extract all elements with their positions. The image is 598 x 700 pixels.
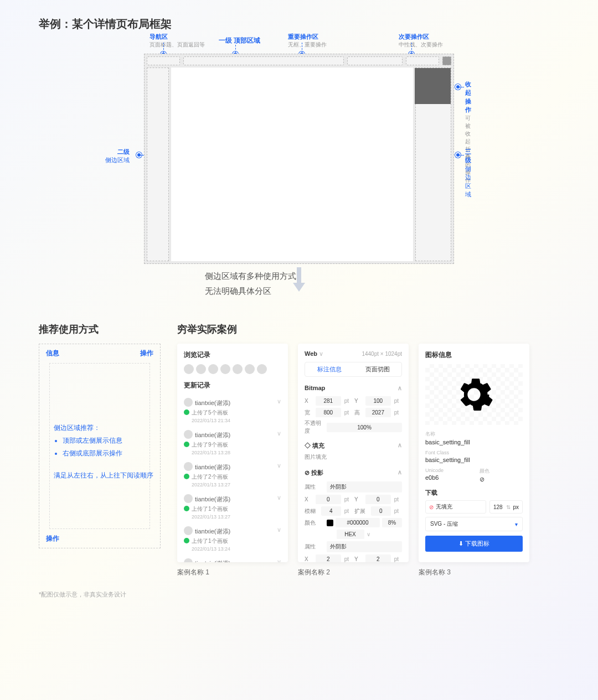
example-card-1: 浏览记录 更新记录 ∨tiantxie(谢添)上传了5个画板2022/01/13…: [177, 344, 288, 562]
region-sidebar-right: [415, 68, 451, 261]
fill-select[interactable]: ⊘无填充: [425, 500, 486, 514]
arrow-caption: 侧边区域有多种使用方式 无法明确具体分区: [205, 268, 559, 298]
examples-title: 穷举实际案例: [177, 323, 559, 336]
chevron-up-icon: ∧: [398, 385, 402, 392]
chevron-down-icon: ∨: [277, 430, 281, 437]
callout-right: 三级侧边区域: [465, 148, 471, 199]
region-collapse-panel: [415, 68, 451, 104]
rec-label-info: 信息: [46, 349, 59, 358]
no-fill-icon: ⊘: [480, 476, 523, 483]
list-item[interactable]: ∨tiantxie(谢添)上传了9个画板2022/01/13 13:28: [184, 427, 281, 459]
chevron-down-icon: ∨: [277, 494, 281, 501]
chevron-down-icon: ∨: [277, 462, 281, 469]
region-nav: [147, 56, 180, 65]
gear-icon: [455, 375, 493, 414]
avatar: [184, 462, 193, 471]
avatar: [184, 558, 193, 562]
region-sec-ops: [406, 56, 439, 65]
download-button[interactable]: ⬇ 下载图标: [425, 536, 523, 552]
callout-main: 重要操作区无框、重要操作: [288, 33, 327, 49]
chevron-down-icon: ▾: [515, 521, 518, 527]
chevron-down-icon: ∨: [277, 558, 281, 562]
chevron-up-icon: ∧: [398, 469, 402, 477]
rec-label-op: 操作: [140, 349, 153, 358]
list-item[interactable]: ∨tiantxie(谢添)上传了1个画板2022/01/13 13:24: [184, 523, 281, 555]
region-content: [171, 68, 413, 261]
example-card-3: 图标信息 名称 basic_setting_fill Font Class ba…: [419, 344, 529, 562]
rec-label-op: 操作: [46, 534, 59, 543]
callout-top: 一级 顶部区域: [219, 36, 260, 45]
svg-marker-1: [293, 283, 305, 292]
rec-title: 推荐使用方式: [39, 323, 161, 336]
list-item[interactable]: ∨tiantxie(谢添)上传了1个画板2022/01/11 20:24: [184, 555, 281, 562]
format-select[interactable]: SVG - 压缩▾: [425, 517, 523, 531]
svg-rect-0: [297, 267, 301, 284]
rec-diagram: 信息 操作 操作 侧边区域推荐： 顶部或左侧展示信息 右侧或底部展示操作 满足从…: [39, 344, 161, 548]
region-main-ops: [347, 56, 403, 65]
list-item[interactable]: ∨tiantxie(谢添)上传了1个画板2022/01/13 13:27: [184, 491, 281, 523]
chevron-up-icon: ∧: [398, 442, 402, 450]
callout-sec: 次要操作区中性线、次要操作: [399, 33, 443, 49]
callout-nav: 导航区页面标题、页面返回等: [150, 33, 205, 49]
download-icon: ⬇: [458, 540, 463, 547]
avatar: [184, 398, 193, 407]
layout-diagram: 导航区页面标题、页面返回等 一级 顶部区域 重要操作区无框、重要操作 次要操作区…: [144, 54, 454, 264]
tabs[interactable]: 标注信息页面切图: [305, 362, 402, 377]
avatar: [184, 526, 193, 535]
icon-preview: [425, 364, 523, 425]
avatar: [184, 430, 193, 439]
region-toggle: [442, 56, 451, 65]
callout-left: 二级侧边区域: [105, 148, 130, 165]
list-item[interactable]: ∨tiantxie(谢添)上传了5个画板2022/01/13 21:34: [184, 395, 281, 427]
region-sidebar-left: [147, 68, 169, 261]
page-title: 举例：某个详情页布局框架: [39, 17, 559, 32]
list-item[interactable]: ∨tiantxie(谢添)上传了2个画板2022/01/13 13:27: [184, 459, 281, 491]
avatar-row: [184, 364, 281, 374]
size-input[interactable]: 128⇅px: [489, 500, 523, 514]
chevron-down-icon: ∨: [277, 398, 281, 405]
avatar: [184, 494, 193, 503]
example-card-2: Web ∨1440pt × 1024pt 标注信息页面切图 Bitmap∧ X2…: [298, 344, 409, 562]
chevron-down-icon: ∨: [277, 526, 281, 533]
region-top: [183, 56, 344, 65]
footnote: *配图仅做示意，非真实业务设计: [39, 590, 559, 599]
